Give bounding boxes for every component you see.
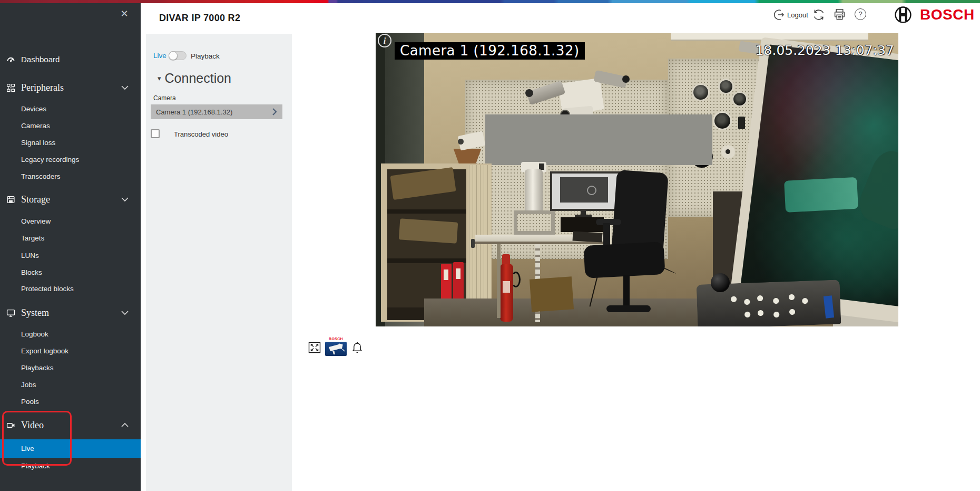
mode-playback-label: Playback — [191, 52, 220, 60]
sidebar-item-legacy-recordings[interactable]: Legacy recordings — [0, 151, 141, 168]
connection-section-header[interactable]: ▾ Connection — [158, 71, 231, 86]
scene-monitor-image — [560, 177, 608, 203]
sidebar-item-label: Dashboard — [21, 55, 60, 64]
sidebar-item-label: Jobs — [21, 381, 36, 389]
print-icon[interactable] — [833, 8, 846, 21]
app-brand-text: BOSCH — [325, 336, 347, 342]
scene-extinguisher — [500, 264, 513, 322]
scene-monitor-screen — [552, 174, 619, 209]
sidebar-item-label: Signal loss — [21, 139, 55, 147]
scene-chair-seat — [583, 242, 665, 278]
sidebar-item-label: Logbook — [21, 330, 48, 338]
scene-monitor — [550, 171, 621, 211]
sidebar-item-live[interactable]: Live — [0, 439, 141, 458]
chevron-down-icon — [121, 197, 129, 202]
sidebar-item-overview[interactable]: Overview — [0, 213, 141, 229]
scene-floor — [424, 299, 730, 326]
live-playback-toggle[interactable] — [169, 51, 187, 60]
scene-dome-camera-4 — [713, 111, 732, 130]
camera-field-label: Camera — [153, 94, 176, 102]
scene-junction-box — [738, 117, 745, 129]
info-icon[interactable]: i — [378, 34, 391, 47]
bosch-wordmark: BOSCH — [920, 6, 975, 23]
sidebar: ✕ Dashboard Peripherals Devices Cameras … — [0, 3, 141, 491]
connection-title: Connection — [165, 71, 231, 86]
scene-dome-camera-5 — [732, 91, 748, 107]
close-icon[interactable]: ✕ — [118, 7, 131, 20]
sidebar-item-playbacks[interactable]: Playbacks — [0, 359, 141, 376]
sidebar-item-transcoders[interactable]: Transcoders — [0, 168, 141, 185]
scene-binder-1-label — [444, 269, 448, 280]
sidebar-item-blocks[interactable]: Blocks — [0, 264, 141, 281]
alarm-bell-icon[interactable] — [351, 341, 363, 354]
scene-clutter-2 — [399, 218, 458, 244]
sidebar-item-devices[interactable]: Devices — [0, 100, 141, 117]
toggle-knob — [169, 51, 178, 60]
scene-binder-2-label — [456, 268, 460, 279]
sidebar-item-playback[interactable]: Playback — [0, 458, 141, 474]
sidebar-item-label: Legacy recordings — [21, 156, 79, 163]
sidebar-item-pools[interactable]: Pools — [0, 393, 141, 410]
help-glyph: ? — [858, 10, 862, 18]
logout-label[interactable]: Logout — [787, 11, 808, 19]
scene-ptz-stand — [514, 210, 555, 235]
sidebar-item-label: Overview — [21, 217, 51, 225]
sidebar-section-storage[interactable]: Storage — [0, 189, 141, 210]
scene-dome-camera-1 — [692, 83, 710, 101]
scene-white-camera-lens — [458, 139, 464, 145]
sidebar-section-video[interactable]: Video — [0, 415, 141, 436]
sidebar-item-label: LUNs — [21, 252, 39, 259]
dashboard-icon — [6, 55, 15, 64]
mode-live-label: Live — [153, 52, 166, 60]
fullscreen-icon[interactable] — [308, 342, 321, 353]
refresh-icon[interactable] — [812, 8, 826, 22]
scene-mini-dome-lens — [726, 149, 730, 154]
scene-bullet-lens-1 — [525, 89, 533, 97]
sidebar-section-system[interactable]: System — [0, 302, 141, 323]
help-icon[interactable]: ? — [855, 8, 866, 20]
chevron-down-icon — [121, 85, 129, 90]
sidebar-item-logbook[interactable]: Logbook — [0, 325, 141, 342]
sidebar-section-label: System — [21, 307, 49, 319]
sidebar-item-label: Playbacks — [21, 364, 54, 372]
sidebar-item-signal-loss[interactable]: Signal loss — [0, 134, 141, 151]
settings-panel: Live Playback ▾ Connection Camera Camera… — [146, 34, 292, 491]
sidebar-item-label: Targets — [21, 234, 44, 242]
transcoded-video-checkbox[interactable] — [151, 129, 160, 138]
sidebar-section-label: Video — [21, 420, 44, 431]
app-icon-body — [325, 342, 347, 356]
sidebar-item-export-logbook[interactable]: Export logbook — [0, 342, 141, 359]
scene-privacy-mask — [485, 114, 712, 165]
video-icon — [6, 421, 15, 430]
scene-display-log — [784, 177, 858, 213]
sidebar-section-label: Peripherals — [21, 82, 64, 93]
sidebar-item-dashboard[interactable]: Dashboard — [0, 49, 141, 70]
sidebar-item-luns[interactable]: LUNs — [0, 247, 141, 264]
peripherals-icon — [6, 83, 15, 92]
scene-dome-camera-2 — [718, 79, 734, 94]
scene-cardboard-box — [530, 276, 574, 312]
camera-dropdown[interactable]: Camera 1 (192.168.1.32) — [151, 104, 282, 119]
sidebar-item-label: Pools — [21, 398, 39, 406]
sidebar-item-protected-blocks[interactable]: Protected blocks — [0, 280, 141, 297]
sidebar-section-peripherals[interactable]: Peripherals — [0, 77, 141, 98]
sidebar-item-targets[interactable]: Targets — [0, 229, 141, 246]
caret-down-icon: ▾ — [158, 74, 161, 82]
bosch-supergraphic-strip — [0, 0, 980, 3]
sidebar-item-label: Devices — [21, 105, 46, 113]
bosch-anchor-logo — [894, 6, 912, 24]
timestamp-overlay: 18.05.2023 13:07:37 — [756, 43, 894, 58]
sidebar-item-jobs[interactable]: Jobs — [0, 376, 141, 393]
camera-dropdown-value: Camera 1 (192.168.1.32) — [156, 108, 272, 116]
logout-icon[interactable] — [772, 8, 785, 22]
bosch-video-security-app-icon[interactable]: BOSCH — [325, 336, 347, 356]
scene-extinguisher-label — [503, 281, 510, 293]
scene-display-rock — [854, 146, 898, 234]
scene-desk-leg — [497, 244, 501, 318]
scene-bullet-lens-2 — [622, 75, 630, 83]
scene-play-button — [587, 186, 596, 195]
sidebar-item-cameras[interactable]: Cameras — [0, 117, 141, 134]
sidebar-item-label: Protected blocks — [21, 285, 74, 293]
sidebar-item-label: Export logbook — [21, 347, 68, 355]
live-video-frame: i Camera 1 (192.168.1.32) 18.05.2023 13:… — [376, 33, 898, 326]
